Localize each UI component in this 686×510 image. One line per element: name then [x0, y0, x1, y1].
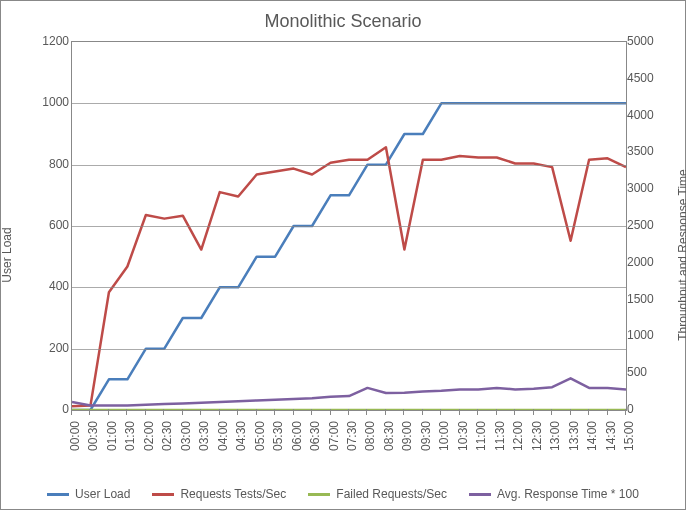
x-tick: 07:30 — [345, 421, 359, 451]
x-tick: 06:30 — [308, 421, 322, 451]
y-right-tick: 1500 — [627, 292, 665, 306]
x-tick-labels: 00:0000:3001:0001:3002:0002:3003:0003:30… — [71, 413, 627, 463]
legend-label: Failed Requests/Sec — [336, 487, 447, 501]
x-tick: 14:00 — [585, 421, 599, 451]
y-left-tick: 600 — [29, 218, 69, 232]
x-tick: 06:00 — [290, 421, 304, 451]
x-tick: 10:00 — [437, 421, 451, 451]
x-tick: 02:00 — [142, 421, 156, 451]
y-right-tick: 5000 — [627, 34, 665, 48]
x-tick: 08:30 — [382, 421, 396, 451]
x-tick: 12:30 — [530, 421, 544, 451]
y-right-tick: 3000 — [627, 181, 665, 195]
y-right-tick: 2000 — [627, 255, 665, 269]
x-tick: 09:00 — [400, 421, 414, 451]
x-tick: 04:30 — [234, 421, 248, 451]
y-right-tick: 1000 — [627, 328, 665, 342]
y-right-tick: 4500 — [627, 71, 665, 85]
x-tick: 00:30 — [86, 421, 100, 451]
chart-container: Monolithic Scenario User Load Throughput… — [0, 0, 686, 510]
x-tick: 13:00 — [548, 421, 562, 451]
y-right-tick: 4000 — [627, 108, 665, 122]
x-tick: 02:30 — [160, 421, 174, 451]
y-right-tick: 500 — [627, 365, 665, 379]
legend-item: Failed Requests/Sec — [308, 487, 447, 501]
y-left-tick: 400 — [29, 279, 69, 293]
legend-swatch — [469, 493, 491, 496]
x-tick: 13:30 — [567, 421, 581, 451]
x-tick: 04:00 — [216, 421, 230, 451]
y-axis-left-title: User Load — [0, 227, 14, 282]
x-tick: 12:00 — [511, 421, 525, 451]
x-tick: 11:00 — [474, 421, 488, 451]
x-tick: 15:00 — [622, 421, 636, 451]
y-right-tick: 3500 — [627, 144, 665, 158]
y-axis-right-title: Throughput and Response Time — [676, 169, 686, 340]
y-right-tick: 2500 — [627, 218, 665, 232]
y-left-tick: 0 — [29, 402, 69, 416]
legend: User LoadRequests Tests/SecFailed Reques… — [1, 487, 685, 501]
legend-label: User Load — [75, 487, 130, 501]
legend-swatch — [308, 493, 330, 496]
legend-swatch — [47, 493, 69, 496]
y-left-tick: 800 — [29, 157, 69, 171]
x-tick: 00:00 — [68, 421, 82, 451]
x-tick: 05:00 — [253, 421, 267, 451]
legend-item: Avg. Response Time * 100 — [469, 487, 639, 501]
x-tick: 08:00 — [363, 421, 377, 451]
x-tick: 03:00 — [179, 421, 193, 451]
legend-label: Requests Tests/Sec — [180, 487, 286, 501]
x-tick: 01:30 — [123, 421, 137, 451]
x-tick: 14:30 — [604, 421, 618, 451]
x-tick: 10:30 — [456, 421, 470, 451]
plot-area — [71, 41, 627, 411]
x-tick: 03:30 — [197, 421, 211, 451]
legend-item: Requests Tests/Sec — [152, 487, 286, 501]
chart-title: Monolithic Scenario — [1, 11, 685, 32]
y-left-tick: 200 — [29, 341, 69, 355]
x-tick: 11:30 — [493, 421, 507, 451]
x-tick: 07:00 — [327, 421, 341, 451]
y-left-tick: 1200 — [29, 34, 69, 48]
x-tick: 09:30 — [419, 421, 433, 451]
x-tick: 05:30 — [271, 421, 285, 451]
legend-label: Avg. Response Time * 100 — [497, 487, 639, 501]
x-tick: 01:00 — [105, 421, 119, 451]
y-left-tick: 1000 — [29, 95, 69, 109]
legend-swatch — [152, 493, 174, 496]
y-right-tick: 0 — [627, 402, 665, 416]
legend-item: User Load — [47, 487, 130, 501]
